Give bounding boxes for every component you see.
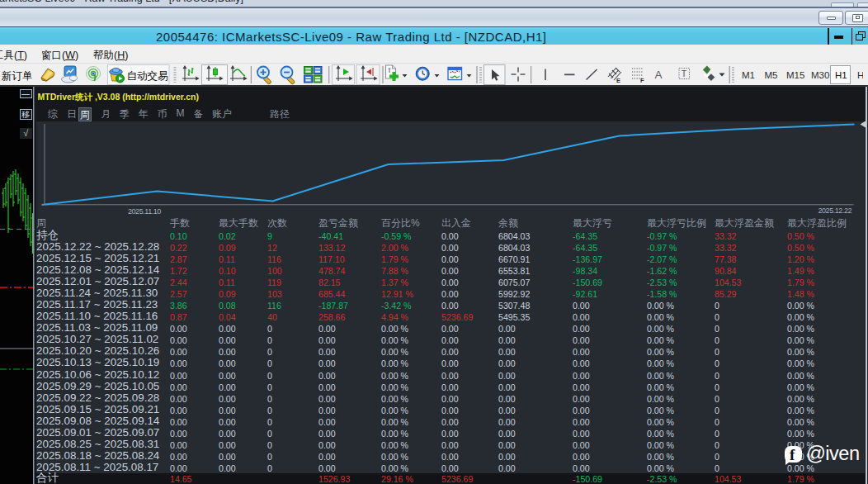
svg-text:F: F [640,77,644,84]
svg-text:A: A [655,69,663,81]
svg-text:E: E [616,77,620,84]
svg-text:T: T [682,69,687,78]
